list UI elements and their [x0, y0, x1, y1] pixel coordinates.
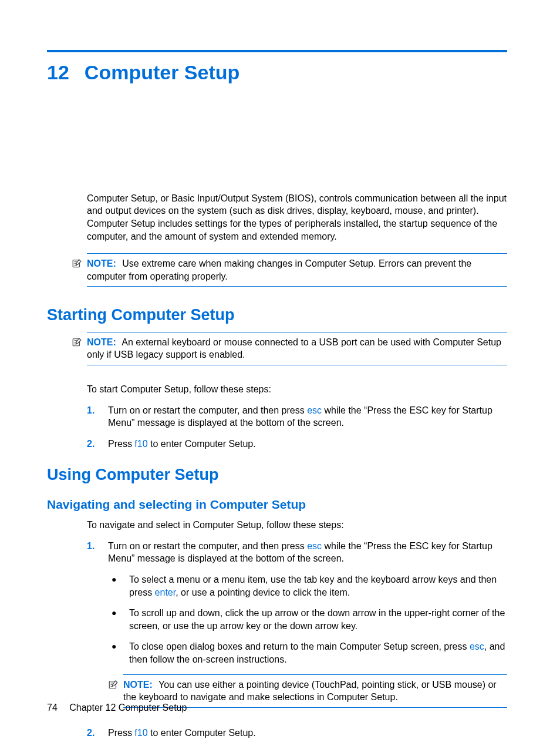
chapter-number: 12 — [47, 59, 69, 86]
bullet-pre: To close open dialog boxes and return to… — [129, 641, 470, 651]
footer-chapter-label: Chapter 12 Computer Setup — [69, 703, 187, 713]
intro-paragraph: Computer Setup, or Basic Input/Output Sy… — [87, 192, 507, 243]
bullet-item: ● To close open dialog boxes and return … — [112, 640, 507, 666]
key-f10: f10 — [134, 728, 147, 738]
bullet-text: To scroll up and down, click the up arro… — [129, 607, 507, 632]
page-footer: 74 Chapter 12 Computer Setup — [47, 701, 187, 714]
note-care: NOTE: Use extreme care when making chang… — [72, 253, 507, 287]
heading-navigating-selecting: Navigating and selecting in Computer Set… — [47, 496, 507, 513]
bullet-dot-icon: ● — [112, 573, 119, 599]
step-pre: Turn on or restart the computer, and the… — [108, 405, 307, 415]
chapter-title: 12 Computer Setup — [47, 59, 507, 86]
step-number: 2. — [87, 438, 97, 451]
key-f10: f10 — [134, 439, 147, 449]
step-pre: Press — [108, 439, 134, 449]
step-text: Turn on or restart the computer, and the… — [108, 404, 507, 429]
step-post: to enter Computer Setup. — [148, 439, 256, 449]
bullet-post: , or use a pointing device to click the … — [176, 587, 350, 597]
note-usb-legacy: NOTE: An external keyboard or mouse conn… — [72, 332, 507, 365]
starting-lead: To start Computer Setup, follow these st… — [87, 383, 507, 396]
note-label: NOTE: — [87, 258, 116, 268]
step-text: Press f10 to enter Computer Setup. — [108, 438, 507, 451]
step-text: Turn on or restart the computer, and the… — [108, 541, 492, 564]
note-label: NOTE: — [87, 337, 116, 347]
step-pre: Press — [108, 728, 134, 738]
step-bullets: ● To select a menu or a menu item, use t… — [108, 573, 507, 666]
step-number: 1. — [87, 404, 97, 429]
bullet-dot-icon: ● — [112, 640, 119, 666]
step-item: 1. Turn on or restart the computer, and … — [87, 404, 507, 429]
key-esc: esc — [470, 641, 484, 651]
step-item: 1. Turn on or restart the computer, and … — [87, 540, 507, 718]
bullet-item: ● To scroll up and down, click the up ar… — [112, 607, 507, 632]
step-pre: Turn on or restart the computer, and the… — [108, 541, 307, 551]
key-enter: enter — [155, 587, 176, 597]
bullet-text: To select a menu or a menu item, use the… — [129, 573, 507, 599]
note-icon — [72, 253, 82, 272]
step-number: 2. — [87, 727, 97, 740]
step-text: Press f10 to enter Computer Setup. — [108, 727, 507, 740]
using-lead: To navigate and select in Computer Setup… — [87, 519, 507, 532]
note-text: Use extreme care when making changes in … — [87, 258, 471, 281]
bullet-pre: To scroll up and down, click the up arro… — [129, 608, 505, 631]
note-body: NOTE: Use extreme care when making chang… — [87, 253, 507, 287]
note-label: NOTE: — [123, 680, 153, 690]
note-text: You can use either a pointing device (To… — [123, 680, 497, 703]
key-esc: esc — [307, 405, 322, 415]
step-post: to enter Computer Setup. — [148, 728, 256, 738]
step-item: 2. Press f10 to enter Computer Setup. — [87, 727, 507, 740]
note-body: NOTE: An external keyboard or mouse conn… — [87, 332, 507, 365]
chapter-rule — [47, 50, 507, 52]
key-esc: esc — [307, 541, 322, 551]
step-number: 1. — [87, 540, 97, 718]
note-text: An external keyboard or mouse connected … — [87, 337, 501, 360]
chapter-title-text: Computer Setup — [85, 59, 239, 86]
starting-steps: 1. Turn on or restart the computer, and … — [87, 404, 507, 451]
step-item: 2. Press f10 to enter Computer Setup. — [87, 438, 507, 451]
heading-starting-computer-setup: Starting Computer Setup — [47, 304, 507, 325]
note-icon — [72, 332, 82, 351]
step-body: Turn on or restart the computer, and the… — [108, 540, 507, 718]
heading-using-computer-setup: Using Computer Setup — [47, 464, 507, 485]
page-number: 74 — [47, 703, 58, 713]
bullet-text: To close open dialog boxes and return to… — [129, 640, 507, 666]
bullet-item: ● To select a menu or a menu item, use t… — [112, 573, 507, 599]
bullet-dot-icon: ● — [112, 607, 119, 632]
